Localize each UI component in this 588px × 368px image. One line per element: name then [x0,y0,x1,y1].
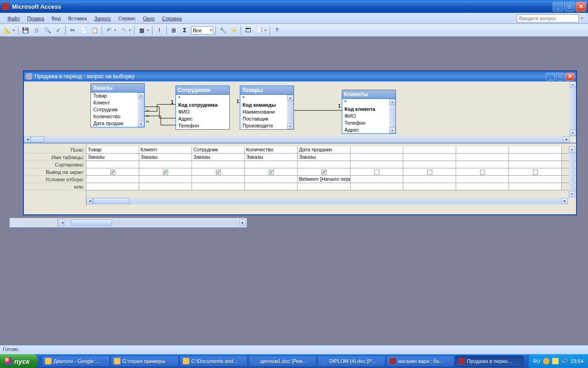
start-button[interactable]: пуск [0,354,38,368]
top-values-combo[interactable]: Все [191,26,213,34]
qbe-cell-or[interactable] [245,183,298,190]
subwin-close-button[interactable]: ✕ [565,73,574,80]
menu-insert[interactable]: Вставка [64,14,90,23]
print-button[interactable]: ⎙ [31,25,41,35]
minimize-button[interactable]: _ [553,2,563,12]
table-employees[interactable]: Сотрудники * Код сотрудника ФИО Адрес Те… [175,86,230,130]
field-list-scrollbar[interactable]: ▲ ▼ [138,92,144,127]
field-list-scrollbar[interactable]: ▲ ▼ [389,99,396,133]
field-item[interactable]: Телефон [176,122,229,129]
qbe-vscroll[interactable]: ▲▼ [569,146,575,197]
field-item[interactable]: Поставщик [240,115,294,122]
qbe-cell-table[interactable]: Заказы [298,154,351,161]
show-checkbox[interactable] [427,170,432,175]
maximize-button[interactable]: □ [564,2,575,12]
show-checkbox[interactable] [322,170,327,175]
print-preview-button[interactable]: 🔍 [42,25,52,35]
show-checkbox[interactable] [269,170,274,175]
qbe-cell-criteria[interactable] [245,176,298,183]
field-item[interactable]: Код сотрудника [176,102,229,109]
qbe-cell-table[interactable]: Заказы [139,154,192,161]
qbe-grid[interactable]: ТоварКлиентСотрудникКоличествоДата прода… [86,146,576,206]
field-item[interactable]: Клиент [91,99,144,106]
qbe-cell-field[interactable]: Клиент [139,146,192,153]
qbe-cell-table[interactable] [351,154,403,161]
builder-button[interactable]: ⚡ [229,25,239,35]
help-button[interactable]: ? [272,25,282,35]
qbe-cell-field[interactable] [456,146,509,153]
qbe-cell-sort[interactable] [351,161,403,168]
scroll-right-button[interactable]: ▶ [239,219,246,226]
menu-window[interactable]: Окно [139,14,158,23]
field-item[interactable]: Дата продаж [91,120,144,127]
qbe-cell-criteria[interactable] [86,176,139,183]
copy-button[interactable]: 📄 [79,25,89,35]
taskbar-item[interactable]: G:\терия примеры [111,356,179,367]
qbe-cell-or[interactable] [139,183,192,190]
menu-query[interactable]: Запрос [90,14,114,23]
qbe-hscroll[interactable]: ◀ ▶ [86,198,568,204]
qbe-cell-show[interactable] [86,168,139,175]
cut-button[interactable]: ✂ [68,25,78,35]
query-window-titlebar[interactable]: Продажа в период : запрос на выборку _ □… [24,71,576,81]
qbe-cell-field[interactable]: Товар [86,146,139,153]
field-item[interactable]: * [342,99,396,106]
show-checkbox[interactable] [163,170,168,175]
qbe-cell-show[interactable] [298,168,351,175]
table-orders[interactable]: Заказы Товар Клиент Сотрудник Количество… [90,83,145,127]
field-item[interactable]: Телефон [342,120,396,126]
qbe-cell-show[interactable] [456,168,509,175]
menu-file[interactable]: Файл [4,14,23,23]
taskbar-item[interactable]: DIPLOM (4).doc [P… [317,356,385,367]
qbe-cell-table[interactable] [509,154,562,161]
table-goods-caption[interactable]: Товары [240,86,294,95]
qbe-cell-criteria[interactable] [403,176,456,183]
field-item[interactable]: Адрес [342,126,396,133]
qbe-cell-sort[interactable] [86,161,139,168]
db-window-button[interactable]: 🗔 [243,25,253,35]
tray-icon[interactable] [552,358,559,364]
query-type-button[interactable]: ▦ [136,25,147,35]
qbe-cell-criteria[interactable] [351,176,403,183]
field-item[interactable]: * [176,95,229,102]
qbe-cell-or[interactable] [351,183,403,190]
table-clients[interactable]: Клиенты * Код клиента ФИО Телефон Адрес … [342,90,396,134]
qbe-cell-field[interactable]: Количество [245,146,298,153]
undo-button[interactable]: ↶ [104,25,114,35]
clock[interactable]: 23:54 [571,358,583,364]
qbe-cell-table[interactable]: Заказы [245,154,298,161]
qbe-cell-or[interactable] [509,183,562,190]
qbe-cell-table[interactable]: Заказы [86,154,139,161]
qbe-cell-sort[interactable] [245,161,298,168]
qbe-cell-criteria[interactable] [139,176,192,183]
qbe-cell-criteria[interactable]: Between [Начало пери [298,176,351,183]
qbe-cell-show[interactable] [403,168,456,175]
new-object-button[interactable]: 📑 [254,25,264,35]
field-item[interactable]: Количество [91,113,144,120]
field-item[interactable]: Адрес [176,115,229,122]
qbe-cell-sort[interactable] [298,161,351,168]
qbe-cell-or[interactable] [86,183,139,190]
qbe-cell-show[interactable] [351,168,403,175]
qbe-cell-table[interactable] [403,154,456,161]
scroll-track[interactable] [66,219,238,226]
field-item[interactable]: Сотрудник [91,106,144,113]
table-employees-caption[interactable]: Сотрудники [176,86,229,95]
qbe-cell-table[interactable]: Заказы [192,154,245,161]
qbe-cell-field[interactable] [509,146,562,153]
field-item[interactable]: Производите [240,122,294,129]
redo-button[interactable]: ↷ [119,25,129,35]
qbe-cell-field[interactable] [351,146,403,153]
volume-icon[interactable]: 🔊 [561,358,568,364]
table-orders-caption[interactable]: Заказы [91,84,144,92]
subwin-maximize-button[interactable]: □ [556,73,565,80]
qbe-cell-sort[interactable] [403,161,456,168]
field-item[interactable]: Наименовани [240,109,294,115]
show-checkbox[interactable] [216,170,221,175]
run-button[interactable]: ! [154,25,164,35]
qbe-cell-criteria[interactable] [192,176,245,183]
field-item[interactable]: Товар [91,92,144,99]
scroll-left-button[interactable]: ◀ [59,219,65,226]
field-item[interactable]: * [240,95,294,102]
table-diagram-pane[interactable]: Заказы Товар Клиент Сотрудник Количество… [24,81,576,144]
